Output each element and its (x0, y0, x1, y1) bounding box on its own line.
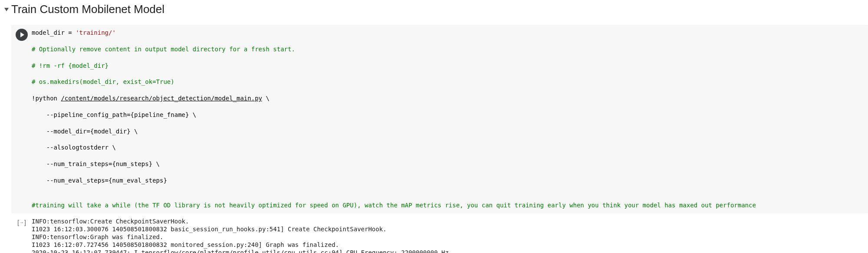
code-line: --model_dir={model_dir} \ (32, 127, 862, 136)
code-line: --num_train_steps={num_steps} \ (32, 160, 862, 168)
play-icon (20, 32, 24, 37)
output-cell: → INFO:tensorflow:Create CheckpointSaver… (11, 213, 868, 253)
code-token: \ (262, 95, 270, 102)
cell-gutter (12, 25, 32, 213)
output-body[interactable]: INFO:tensorflow:Create CheckpointSaverHo… (32, 214, 868, 253)
code-token: = (68, 29, 76, 36)
run-cell-button[interactable] (16, 29, 28, 41)
clear-output-button[interactable]: → (16, 217, 27, 228)
code-token: !python (32, 95, 61, 102)
code-path: /content/models/research/object_detectio… (61, 95, 262, 102)
notebook-container: Train Custom Mobilenet Model model_dir =… (0, 0, 868, 253)
code-comment: # os.makedirs(model_dir, exist_ok=True) (32, 78, 862, 86)
collapse-triangle-icon[interactable] (4, 8, 9, 11)
code-editor[interactable]: model_dir = 'training/' # Optionally rem… (32, 25, 868, 213)
code-comment: # Optionally remove content in output mo… (32, 45, 862, 53)
arrow-right-icon: → (20, 220, 24, 225)
code-string: 'training/' (76, 29, 116, 36)
code-line: --num_eval_steps={num_eval_steps} (32, 176, 862, 185)
code-line: --alsologtostderr \ (32, 143, 862, 152)
code-token: model_dir (32, 29, 68, 36)
code-comment: #training will take a while (the TF OD l… (32, 201, 862, 210)
section-header[interactable]: Train Custom Mobilenet Model (3, 3, 868, 16)
code-cell[interactable]: model_dir = 'training/' # Optionally rem… (11, 25, 868, 213)
section-title: Train Custom Mobilenet Model (11, 3, 164, 16)
code-line: --pipeline_config_path={pipeline_fname} … (32, 111, 862, 119)
output-text: INFO:tensorflow:Create CheckpointSaverHo… (32, 217, 862, 253)
code-comment: # !rm -rf {model_dir} (32, 62, 862, 70)
output-gutter: → (12, 214, 32, 253)
